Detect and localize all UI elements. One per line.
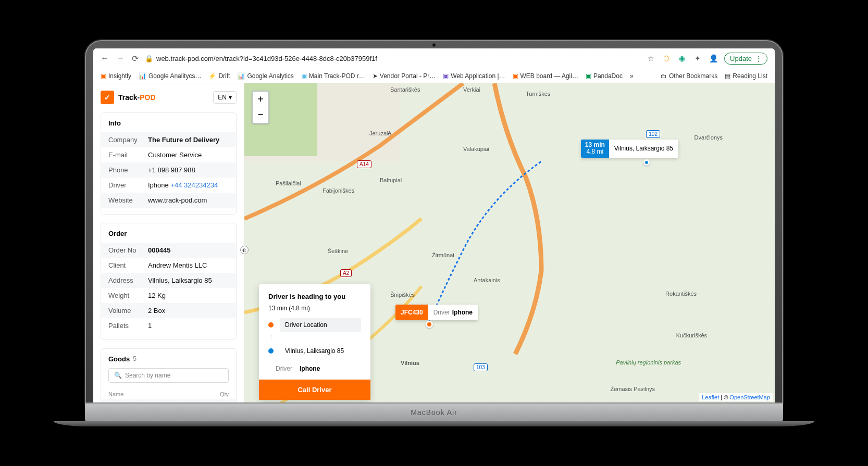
brand[interactable]: Track-POD xyxy=(101,91,156,104)
address-value[interactable]: Vilnius, Laiksargio 85 xyxy=(148,276,229,284)
company-label: Company xyxy=(108,136,148,144)
leg-dest: Vilnius, Laiksargio 85 xyxy=(280,344,361,358)
info-heading: Info xyxy=(108,119,229,127)
extension-icon[interactable]: ⬡ xyxy=(662,54,671,63)
map-place-label: Kučkuriškės xyxy=(676,332,707,338)
map-place-label: Pašilaičiai xyxy=(276,180,301,186)
route-card: Driver is heading to you 13 min (4.8 mi)… xyxy=(259,284,370,400)
profile-avatar[interactable]: 👤 xyxy=(709,54,718,63)
dest-dot-icon xyxy=(268,348,274,354)
dest-eta: 13 min xyxy=(585,142,605,149)
grammarly-icon[interactable]: ◉ xyxy=(677,54,687,63)
bookmark-item[interactable]: ▣PandaDoc xyxy=(586,72,623,80)
phone-label: Phone xyxy=(108,166,148,174)
star-icon[interactable]: ☆ xyxy=(646,54,655,63)
laptop-frame: ← → ⟳ 🔒web.track-pod.com/en/track?id=3c4… xyxy=(85,40,783,404)
address-bar[interactable]: 🔒web.track-pod.com/en/track?id=3c41d93d-… xyxy=(145,55,640,62)
map-place-label: Jeruzalė xyxy=(369,130,391,136)
road-label: A2 xyxy=(340,269,352,277)
road-label: A14 xyxy=(357,160,371,168)
bookmark-overflow[interactable]: » xyxy=(630,72,634,80)
call-driver-button[interactable]: Call Driver xyxy=(259,380,370,400)
pallets-label: Pallets xyxy=(108,322,148,330)
destination-marker[interactable] xyxy=(643,159,650,166)
volume-value: 2 Box xyxy=(148,307,229,314)
update-label: Update xyxy=(730,55,752,62)
address-label: Address xyxy=(108,276,148,284)
bookmark-item[interactable]: ▣Main Track-POD r… xyxy=(301,72,365,80)
destination-tooltip: 13 min4.8 mi Vilnius, Laiksargio 85 xyxy=(581,140,678,158)
back-button[interactable]: ← xyxy=(101,54,109,64)
bookmark-item[interactable]: ➤Vendor Portal - Pr… xyxy=(373,72,436,80)
leg-origin: Driver Location xyxy=(280,318,361,332)
bookmark-item[interactable]: ▣Web Application |… xyxy=(443,72,505,80)
driver-name: Iphone xyxy=(452,309,473,316)
lang-value: EN xyxy=(218,94,227,101)
brand-name-b: POD xyxy=(140,93,155,102)
phone-value[interactable]: +1 898 987 988 xyxy=(148,166,229,174)
map-place-label: Santariškės xyxy=(390,86,420,93)
bookmark-item[interactable]: 📊Google Analytics xyxy=(237,72,293,80)
forward-button[interactable]: → xyxy=(116,54,125,64)
map-place-label: Šeškinė xyxy=(328,248,348,254)
bookmark-item[interactable]: ▣Insightly xyxy=(101,72,131,80)
brand-name-a: Track- xyxy=(118,93,140,102)
laptop-base: MacBook Air xyxy=(85,404,783,421)
search-icon: 🔍 xyxy=(114,372,122,379)
reading-list[interactable]: ▤ Reading List xyxy=(725,72,767,80)
road-label: 103 xyxy=(474,363,488,371)
dest-addr: Vilnius, Laiksargio 85 xyxy=(609,140,678,158)
weight-label: Weight xyxy=(108,292,148,299)
website-value[interactable]: www.track-pod.com xyxy=(148,196,229,204)
rc-driver-name: Iphone xyxy=(300,365,320,372)
goods-search[interactable]: 🔍Search by name xyxy=(108,368,229,383)
volume-label: Volume xyxy=(108,307,148,314)
info-panel: Info CompanyThe Future of Delivery E-mai… xyxy=(101,112,237,215)
pallets-value: 1 xyxy=(148,322,229,330)
map-place-label: Dvarčionys xyxy=(695,134,723,141)
map-place-label: Antakalnis xyxy=(474,277,500,283)
email-value[interactable]: Customer Service xyxy=(148,151,229,159)
map-place-label: Rokantiškės xyxy=(665,291,697,297)
vehicle-badge: JFC430 xyxy=(395,305,428,320)
map-place-label: Pavilnių regioninis parkas xyxy=(616,359,681,366)
map[interactable]: ◐ + − Valakupiai Santariškės Verkiai Tur… xyxy=(244,83,775,402)
bookmark-item[interactable]: 📊Google Analitycs… xyxy=(139,72,201,80)
email-label: E-mail xyxy=(108,151,148,159)
driver-marker[interactable] xyxy=(426,321,433,328)
sidebar-collapse-handle[interactable]: ◐ xyxy=(240,246,249,254)
url-text: web.track-pod.com/en/track?id=3c41d93d-5… xyxy=(156,55,377,62)
map-place-label: Šnipiškės xyxy=(390,292,415,298)
website-label: Website xyxy=(108,196,148,204)
bookmark-item[interactable]: ▣WEB board — Agil… xyxy=(513,72,578,80)
language-selector[interactable]: EN ▾ xyxy=(213,91,237,104)
zoom-in-button[interactable]: + xyxy=(253,92,268,107)
map-place-label: Verkiai xyxy=(463,86,480,93)
bookmark-item[interactable]: ⚡Drift xyxy=(208,72,230,80)
osm-link[interactable]: OpenStreetMap xyxy=(729,394,770,400)
dest-dist: 4.8 mi xyxy=(585,148,605,156)
client-value: Andrew Mentis LLC xyxy=(148,261,229,269)
goods-row: Item B5 xyxy=(101,399,236,402)
brand-logo xyxy=(101,91,114,104)
other-bookmarks[interactable]: 🗀 Other Bookmarks xyxy=(661,72,717,80)
company-value: The Future of Delivery xyxy=(148,136,229,144)
goods-panel: Goods 5 🔍Search by name NameQty Item B5 … xyxy=(101,348,237,402)
driver-phone[interactable]: +44 324234234 xyxy=(170,181,218,189)
map-place-label: Žirmūnai xyxy=(432,252,454,258)
goods-count: 5 xyxy=(133,355,137,362)
extensions-icon[interactable]: ✦ xyxy=(693,54,702,63)
order-heading: Order xyxy=(108,230,229,237)
chevron-down-icon: ▾ xyxy=(229,94,232,101)
map-place-label: Vilnius xyxy=(401,360,419,366)
kebab-icon: ⋮ xyxy=(755,55,762,62)
reload-button[interactable]: ⟳ xyxy=(132,54,139,64)
orderno-label: Order No xyxy=(108,246,148,254)
update-button[interactable]: Update⋮ xyxy=(724,53,767,65)
leaflet-link[interactable]: Leaflet xyxy=(702,394,719,400)
map-place-label: Fabijoniškės xyxy=(323,187,354,194)
zoom-out-button[interactable]: − xyxy=(253,107,268,123)
lock-icon: 🔒 xyxy=(145,55,153,62)
laptop-model: MacBook Air xyxy=(411,408,457,417)
client-label: Client xyxy=(108,261,148,269)
